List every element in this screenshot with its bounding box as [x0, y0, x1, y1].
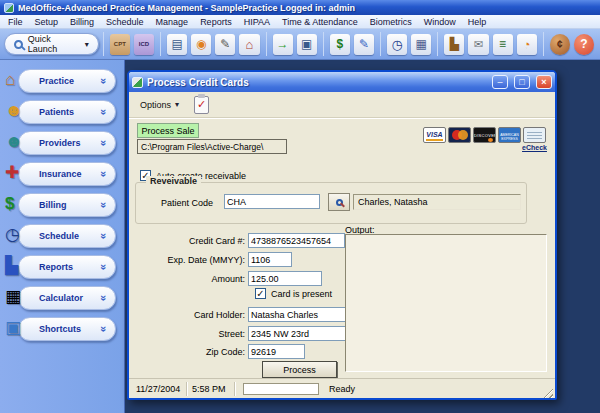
close-button[interactable]: ×	[536, 75, 552, 89]
amex-logo: AMERICAN EXPRESS	[498, 127, 521, 151]
reports-chart-icon[interactable]: ▙	[444, 34, 464, 55]
process-sale-badge: Process Sale	[137, 123, 199, 138]
appointments-icon[interactable]: ◷	[387, 34, 407, 55]
chevron-expand-icon[interactable]: »	[98, 326, 110, 332]
amount-input[interactable]	[248, 271, 322, 286]
search-icon	[14, 40, 23, 49]
dialog-toolbar: Options ▾ ✓	[129, 92, 555, 118]
chevron-expand-icon[interactable]: »	[98, 202, 110, 208]
receivable-group-label: Reveivable	[146, 176, 201, 186]
menu-time-attendance[interactable]: Time & Attendance	[276, 17, 364, 27]
quick-launch-label: Quick Launch	[28, 34, 80, 54]
penny-icon[interactable]: ¢	[550, 34, 570, 55]
menu-manage[interactable]: Manage	[150, 17, 195, 27]
menu-setup[interactable]: Setup	[29, 17, 65, 27]
ledger-icon[interactable]: ▦	[411, 34, 431, 55]
toolbar-separator	[160, 32, 161, 56]
chevron-expand-icon[interactable]: »	[98, 140, 110, 146]
notes-icon[interactable]: ✎	[354, 34, 374, 55]
icd-codes-icon[interactable]: ICD	[134, 34, 154, 55]
schedule-icon: ◷	[5, 224, 20, 246]
echeck-label: eCheck	[522, 144, 547, 151]
menu-help[interactable]: Help	[462, 17, 493, 27]
zip-code-input[interactable]	[248, 344, 305, 359]
mdi-workspace: Process Credit Cards – □ × Options ▾ ✓ P…	[125, 60, 600, 413]
chevron-expand-icon[interactable]: »	[98, 78, 110, 84]
receivable-group: Reveivable Patient Code Charles, Natasha	[135, 182, 527, 224]
chevron-expand-icon[interactable]: »	[98, 109, 110, 115]
accepted-cards: VISA DISCOVER AMERICAN EXPRESS eCheck	[423, 127, 546, 151]
sidebar-item-providers[interactable]: ☻ Providers »	[18, 131, 116, 155]
billing-icon: $	[5, 193, 14, 215]
menu-file[interactable]: File	[2, 17, 29, 27]
street-input[interactable]	[248, 326, 349, 341]
sidebar-item-patients[interactable]: ☻ Patients »	[18, 100, 116, 124]
main-area: ⌂ Practice » ☻ Patients » ☻ Providers » …	[0, 60, 600, 413]
patient-export-icon[interactable]: →	[273, 34, 293, 55]
menu-window[interactable]: Window	[418, 17, 462, 27]
sidebar-item-shortcuts[interactable]: ▣ Shortcuts »	[18, 317, 116, 341]
menu-biometrics[interactable]: Biometrics	[364, 17, 418, 27]
superbill-icon[interactable]: ✎	[215, 34, 235, 55]
cpt-codes-icon[interactable]: CPT	[110, 34, 130, 55]
chevron-expand-icon[interactable]: »	[98, 264, 110, 270]
clipboard-check-icon[interactable]: ✓	[194, 96, 209, 114]
sidebar-item-label: Insurance	[39, 169, 82, 179]
resize-grip[interactable]	[541, 386, 553, 398]
payments-icon[interactable]: $	[330, 34, 350, 55]
messages-icon[interactable]: ✉	[468, 34, 488, 55]
chevron-expand-icon[interactable]: »	[98, 171, 110, 177]
echeck-logo: eCheck	[523, 127, 546, 151]
network-icon[interactable]: ≡	[493, 34, 513, 55]
patient-code-input[interactable]	[224, 194, 320, 209]
chevron-expand-icon[interactable]: »	[98, 295, 110, 301]
card-holder-label: Card Holder:	[129, 310, 245, 320]
toolbar-separator	[543, 32, 544, 56]
chevron-expand-icon[interactable]: »	[98, 233, 110, 239]
exp-date-input[interactable]	[248, 252, 292, 267]
sidebar-item-label: Schedule	[39, 231, 79, 241]
toolbar-separator	[103, 32, 104, 56]
app-icon	[4, 3, 14, 13]
calculator-icon: ▦	[5, 286, 21, 308]
analysis-icon[interactable]: ◔	[517, 34, 537, 55]
sidebar-item-label: Shortcuts	[39, 324, 81, 334]
menu-reports[interactable]: Reports	[194, 17, 238, 27]
sidebar-item-label: Practice	[39, 76, 74, 86]
sidebar-item-reports[interactable]: ▙ Reports »	[18, 255, 116, 279]
sidebar-item-billing[interactable]: $ Billing »	[18, 193, 116, 217]
toolbar-separator	[380, 32, 381, 56]
sidebar-item-insurance[interactable]: ✚ Insurance »	[18, 162, 116, 186]
toolbar-separator	[266, 32, 267, 56]
sidebar-item-label: Reports	[39, 262, 73, 272]
dialog-title: Process Credit Cards	[147, 77, 486, 88]
card-holder-input[interactable]	[248, 307, 349, 322]
chevron-down-icon: ▾	[175, 100, 179, 109]
patient-name-display: Charles, Natasha	[353, 194, 521, 210]
card-present-checkbox[interactable]: ✓	[255, 288, 266, 299]
maximize-button[interactable]: □	[514, 75, 530, 89]
menu-hipaa[interactable]: HIPAA	[238, 17, 276, 27]
patient-card-icon[interactable]: ▤	[167, 34, 187, 55]
menu-billing[interactable]: Billing	[64, 17, 100, 27]
shortcuts-icon: ▣	[5, 317, 21, 339]
dialog-statusbar: 11/27/2004 5:58 PM Ready	[129, 378, 555, 398]
minimize-button[interactable]: –	[492, 75, 508, 89]
quick-launch-button[interactable]: Quick Launch ▾	[4, 33, 99, 55]
menu-schedule[interactable]: Schedule	[100, 17, 150, 27]
sidebar-item-practice[interactable]: ⌂ Practice »	[18, 69, 116, 93]
sidebar-item-calculator[interactable]: ▦ Calculator »	[18, 286, 116, 310]
patient-cd-icon[interactable]: ◉	[191, 34, 211, 55]
providers-icon: ☻	[5, 131, 23, 153]
help-icon[interactable]: ?	[574, 34, 594, 55]
sidebar-item-schedule[interactable]: ◷ Schedule »	[18, 224, 116, 248]
office-icon[interactable]: ⌂	[239, 34, 259, 55]
options-button[interactable]: Options ▾	[135, 98, 184, 112]
dialog-titlebar[interactable]: Process Credit Cards – □ ×	[129, 72, 555, 92]
card-present-checkline: ✓ Card is present	[255, 288, 332, 299]
credit-card-label: Credit Card #:	[129, 236, 245, 246]
patient-lookup-button[interactable]	[328, 193, 350, 211]
workstation-icon[interactable]: ▣	[297, 34, 317, 55]
credit-card-input[interactable]	[248, 233, 345, 248]
process-button[interactable]: Process	[262, 361, 337, 378]
